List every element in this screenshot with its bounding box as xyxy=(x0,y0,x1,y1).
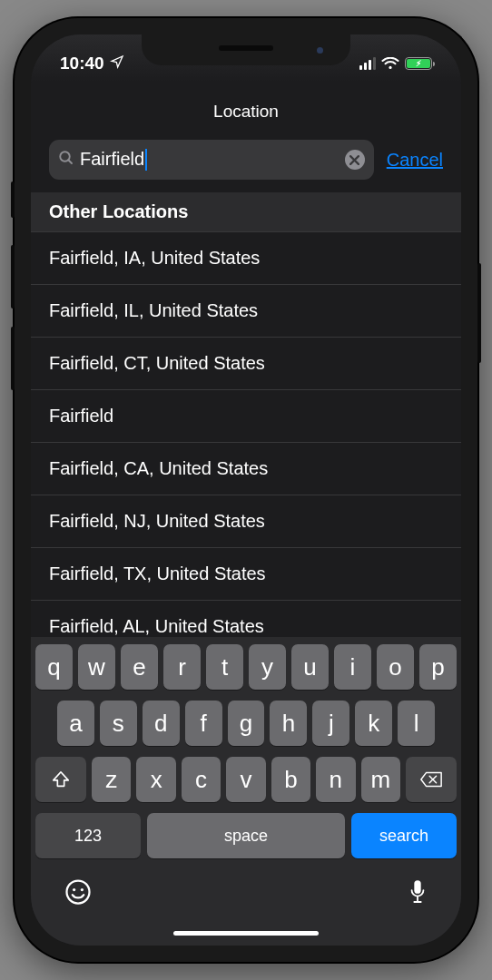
clear-search-button[interactable] xyxy=(345,150,365,170)
key-o[interactable]: o xyxy=(377,644,414,690)
backspace-key[interactable] xyxy=(406,757,457,802)
key-m[interactable]: m xyxy=(361,757,400,802)
power-button xyxy=(477,263,481,363)
key-z[interactable]: z xyxy=(92,757,131,802)
key-x[interactable]: x xyxy=(136,757,175,802)
home-indicator[interactable] xyxy=(173,931,319,936)
home-indicator-area xyxy=(31,920,461,946)
search-row: Fairfield Cancel xyxy=(31,140,461,192)
key-p[interactable]: p xyxy=(419,644,457,690)
result-item[interactable]: Fairfield, IL, United States xyxy=(31,285,461,338)
key-y[interactable]: y xyxy=(249,644,286,690)
result-item[interactable]: Fairfield, TX, United States xyxy=(31,548,461,601)
cancel-button[interactable]: Cancel xyxy=(387,150,443,171)
location-arrow-icon xyxy=(110,54,124,74)
key-d[interactable]: d xyxy=(143,701,180,746)
result-item[interactable]: Fairfield, AL, United States xyxy=(31,601,461,637)
emoji-key[interactable] xyxy=(64,878,92,909)
volume-down-button xyxy=(11,327,15,390)
key-i[interactable]: i xyxy=(334,644,371,690)
svg-line-1 xyxy=(68,160,72,163)
text-cursor xyxy=(145,149,147,171)
key-b[interactable]: b xyxy=(271,757,310,802)
key-j[interactable]: j xyxy=(312,701,349,746)
volume-up-button xyxy=(11,245,15,309)
search-icon xyxy=(58,150,74,170)
shift-key[interactable] xyxy=(35,757,86,802)
key-l[interactable]: l xyxy=(398,701,435,746)
status-left: 10:40 xyxy=(60,54,124,74)
key-s[interactable]: s xyxy=(100,701,137,746)
search-value: Fairfield xyxy=(80,149,339,172)
speaker-grille xyxy=(219,45,273,51)
status-right: ⚡︎ xyxy=(359,57,432,70)
result-item[interactable]: Fairfield, CA, United States xyxy=(31,443,461,495)
search-key[interactable]: search xyxy=(351,813,457,858)
results-list[interactable]: Fairfield, IA, United States Fairfield, … xyxy=(31,231,461,637)
keyboard-row-4: 123 space search xyxy=(35,813,457,858)
keyboard-row-2: a s d f g h j k l xyxy=(35,701,457,746)
key-h[interactable]: h xyxy=(270,701,307,746)
page-title: Location xyxy=(31,82,461,140)
key-a[interactable]: a xyxy=(57,701,94,746)
svg-point-8 xyxy=(81,888,84,891)
key-e[interactable]: e xyxy=(121,644,158,690)
screen: 10:40 xyxy=(31,34,461,946)
key-g[interactable]: g xyxy=(228,701,265,746)
mute-switch xyxy=(11,181,15,218)
front-camera xyxy=(317,47,323,54)
status-time: 10:40 xyxy=(60,54,104,74)
key-w[interactable]: w xyxy=(78,644,115,690)
result-item[interactable]: Fairfield, CT, United States xyxy=(31,338,461,390)
result-item[interactable]: Fairfield xyxy=(31,390,461,443)
svg-rect-9 xyxy=(414,880,420,894)
key-t[interactable]: t xyxy=(206,644,243,690)
svg-point-7 xyxy=(73,888,75,891)
phone-frame: 10:40 xyxy=(15,18,477,962)
charging-bolt-icon: ⚡︎ xyxy=(416,60,421,68)
cellular-signal-icon xyxy=(359,57,376,70)
notch xyxy=(142,34,350,65)
keyboard-row-1: q w e r t y u i o p xyxy=(35,644,457,690)
keyboard: q w e r t y u i o p a s d f g h j k l xyxy=(31,637,461,920)
result-item[interactable]: Fairfield, IA, United States xyxy=(31,231,461,285)
space-key[interactable]: space xyxy=(147,813,345,858)
dictation-key[interactable] xyxy=(408,878,428,909)
key-r[interactable]: r xyxy=(163,644,201,690)
svg-point-6 xyxy=(67,881,90,904)
key-k[interactable]: k xyxy=(355,701,392,746)
section-header: Other Locations xyxy=(31,192,461,231)
search-input[interactable]: Fairfield xyxy=(49,140,374,180)
battery-icon: ⚡︎ xyxy=(405,57,432,70)
numeric-key[interactable]: 123 xyxy=(35,813,141,858)
key-q[interactable]: q xyxy=(35,644,73,690)
key-f[interactable]: f xyxy=(185,701,222,746)
result-item[interactable]: Fairfield, NJ, United States xyxy=(31,495,461,548)
keyboard-bottom-row xyxy=(35,862,457,915)
key-u[interactable]: u xyxy=(291,644,329,690)
keyboard-row-3: z x c v b n m xyxy=(35,757,457,802)
key-v[interactable]: v xyxy=(226,757,265,802)
wifi-icon xyxy=(381,57,399,70)
key-c[interactable]: c xyxy=(182,757,221,802)
key-n[interactable]: n xyxy=(316,757,355,802)
